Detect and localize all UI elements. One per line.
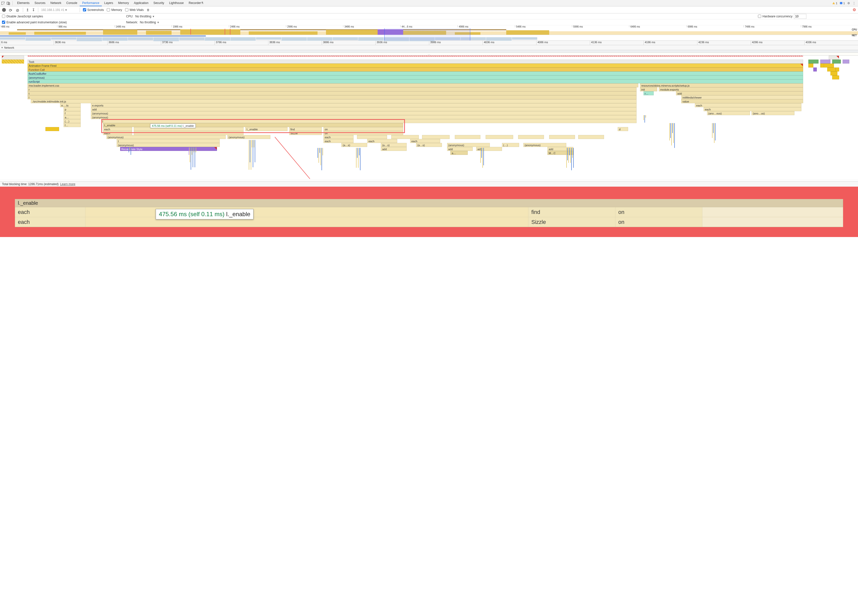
flame-bar[interactable]: p [64, 107, 81, 111]
flame-bar[interactable]: runScript [28, 79, 803, 84]
flame-bar[interactable]: add [476, 147, 502, 151]
overview-minimap[interactable]: 486 ms986 ms1486 ms1986 ms2486 ms2986 ms… [0, 25, 858, 41]
flamechart[interactable]: TaskAnimation Frame FiredFunction Callfl… [0, 56, 858, 180]
flame-bar[interactable]: add [676, 92, 803, 95]
flame-bar[interactable]: Sizzle [289, 131, 322, 135]
tab-performance[interactable]: Performance [80, 0, 102, 6]
flame-bar[interactable] [486, 135, 513, 139]
flame-bar[interactable]: each [323, 135, 353, 139]
flame-bar[interactable]: on [323, 127, 403, 131]
flame-bar[interactable] [518, 135, 544, 139]
flame-bar[interactable] [45, 127, 59, 131]
gc-icon[interactable]: 🗑 [147, 8, 150, 12]
webvitals-checkbox[interactable]: Web Vitals [125, 8, 144, 12]
flame-bar[interactable]: each [695, 103, 801, 107]
flame-bar[interactable]: t [117, 139, 220, 143]
flame-bar[interactable]: (a…s) [341, 143, 367, 147]
time-ruler[interactable]: 6 ms3636 ms3686 ms3736 ms3786 ms3836 ms3… [0, 41, 858, 45]
flame-bar[interactable]: Task [28, 60, 803, 64]
flame-bar[interactable] [578, 135, 604, 139]
flame-bar[interactable] [2, 56, 24, 60]
network-section-header[interactable]: Network [0, 45, 858, 50]
tab-console[interactable]: Console [64, 0, 80, 6]
flame-bar[interactable]: a… [64, 115, 81, 119]
flame-bar[interactable] [549, 135, 575, 139]
inspect-icon[interactable] [1, 1, 5, 5]
flame-bar[interactable]: each [367, 139, 397, 143]
flame-bar[interactable] [422, 135, 449, 139]
tab-elements[interactable]: Elements [15, 0, 32, 6]
more-icon[interactable]: ⋮ [853, 2, 855, 5]
flame-bar[interactable]: each [704, 107, 801, 111]
flame-bar[interactable]: init [640, 87, 657, 92]
flame-bar[interactable]: a… [450, 151, 468, 155]
flame-bar[interactable]: add [447, 147, 473, 151]
flame-bar[interactable] [820, 60, 830, 64]
flame-bar[interactable]: (ano…us) [751, 111, 794, 115]
flame-bar[interactable]: l [101, 119, 637, 123]
flame-bar[interactable]: (anonymous) [91, 111, 637, 115]
save-profile-icon[interactable]: ↧ [32, 8, 35, 12]
load-profile-icon[interactable]: ↥ [26, 8, 29, 12]
flame-bar[interactable]: e….ts [60, 103, 81, 107]
tab-network[interactable]: Network [48, 0, 64, 6]
flame-bar[interactable] [830, 71, 838, 76]
flame-bar[interactable]: find [289, 127, 322, 131]
flame-bar[interactable]: (anonymous) [28, 76, 803, 79]
gear-icon[interactable]: ⚙ [847, 2, 850, 5]
flame-bar[interactable]: (anonymous) [447, 143, 490, 147]
flame-bar[interactable]: f… [64, 123, 81, 127]
flame-bar[interactable]: each [410, 139, 440, 143]
adv-paint-checkbox[interactable]: Enable advanced paint instrumentation (s… [2, 20, 67, 24]
flame-bar[interactable]: (…) [64, 119, 81, 123]
hw-concurrency-checkbox[interactable]: Hardware concurrency [758, 15, 793, 18]
flame-bar[interactable]: (anonymous) [523, 143, 566, 147]
tab-lighthouse[interactable]: Lighthouse [166, 0, 186, 6]
profile-selector[interactable]: 192.168.1.191 #1 ▾ [41, 8, 77, 12]
flame-bar[interactable] [813, 68, 817, 71]
messages-badge[interactable]: 1 [840, 2, 845, 5]
reload-record-button[interactable] [9, 8, 13, 12]
flame-bar[interactable]: add [381, 147, 407, 151]
flame-bar[interactable]: f [64, 111, 81, 115]
flame-bar[interactable]: each [103, 127, 132, 131]
hw-concurrency-input[interactable] [794, 14, 807, 19]
flame-bar[interactable]: initMediaViewer [681, 95, 803, 99]
flame-bar[interactable] [836, 68, 839, 71]
memory-checkbox[interactable]: Memory [107, 8, 122, 12]
flame-bar[interactable]: resources/skins.minerva.scripts/setup.js [640, 84, 803, 87]
flame-bar[interactable] [808, 60, 819, 64]
flame-bar[interactable] [357, 135, 387, 139]
flame-bar[interactable]: value [681, 99, 803, 103]
cpu-throttle-select[interactable]: No throttling [135, 15, 154, 18]
flame-bar[interactable] [832, 60, 841, 64]
flame-bar[interactable]: module.exports [659, 87, 803, 92]
tab-application[interactable]: Application [131, 0, 151, 6]
flame-bar[interactable]: l._enable [103, 123, 403, 127]
flame-bar[interactable]: e.exports [91, 103, 637, 107]
flame-bar[interactable]: (anonymous) [117, 143, 220, 147]
flame-bar[interactable] [455, 135, 480, 139]
flame-bar[interactable]: (a…s) [416, 143, 442, 147]
flame-bar[interactable]: d [618, 127, 628, 131]
flame-bar[interactable] [829, 56, 839, 60]
flame-bar[interactable] [827, 68, 836, 71]
flame-bar[interactable]: each [103, 131, 132, 135]
flame-bar[interactable]: (anonymous) [91, 115, 637, 119]
device-toggle-icon[interactable] [6, 1, 11, 5]
flame-bar[interactable]: Recalculate Style [120, 147, 217, 151]
disable-js-checkbox[interactable]: Disable JavaScript samples [2, 15, 43, 18]
flame-bar[interactable]: add [91, 107, 637, 111]
flame-bar[interactable] [832, 76, 839, 79]
flame-bar[interactable]: (ano…ous) [707, 111, 750, 115]
flame-bar[interactable]: mw.loader.implement.css [28, 84, 639, 87]
network-throttle-select[interactable]: No throttling [140, 20, 159, 24]
tab-recorder[interactable]: Recorder ⚗ [186, 0, 206, 6]
flame-bar[interactable]: r… [644, 92, 654, 95]
flame-bar[interactable] [391, 135, 419, 139]
flame-bar[interactable]: r [28, 87, 637, 92]
flame-bar[interactable]: (anonymous) [227, 135, 270, 139]
tab-sources[interactable]: Sources [32, 0, 48, 6]
flame-bar[interactable]: t [28, 92, 637, 95]
flame-bar[interactable]: ./src/mobile.init/mobile.init.js [31, 99, 637, 103]
